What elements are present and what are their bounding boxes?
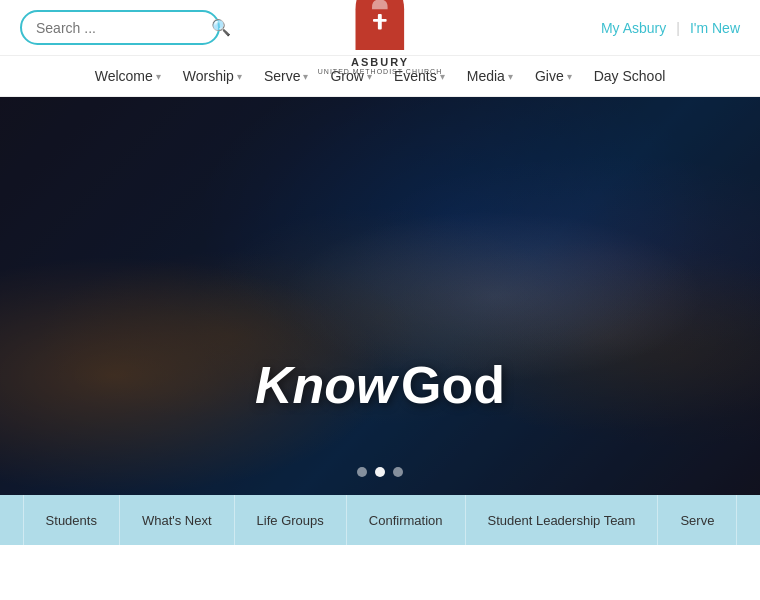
search-input[interactable] (36, 20, 211, 36)
bottom-nav-item-student-leadership-team[interactable]: Student Leadership Team (466, 495, 659, 545)
im-new-link[interactable]: I'm New (690, 20, 740, 36)
nav-item-day-school[interactable]: Day School (586, 64, 674, 88)
nav-item-media[interactable]: Media▾ (459, 64, 521, 88)
logo-icon (350, 0, 410, 50)
carousel-dot-2[interactable] (393, 467, 403, 477)
hero-know-text: Know (255, 356, 397, 414)
bottom-nav-item-what-s-next[interactable]: What's Next (120, 495, 235, 545)
bottom-nav-item-confirmation[interactable]: Confirmation (347, 495, 466, 545)
hero-text: Know God (255, 355, 505, 415)
chevron-down-icon: ▾ (237, 71, 242, 82)
bottom-nav-item-life-groups[interactable]: Life Groups (235, 495, 347, 545)
nav-item-worship[interactable]: Worship▾ (175, 64, 250, 88)
carousel-dot-0[interactable] (357, 467, 367, 477)
header-links: My Asbury | I'm New (601, 20, 740, 36)
nav-item-welcome[interactable]: Welcome▾ (87, 64, 169, 88)
search-button[interactable]: 🔍 (211, 18, 231, 37)
hero-section: Know God (0, 97, 760, 495)
header-divider: | (676, 20, 680, 36)
chevron-down-icon: ▾ (508, 71, 513, 82)
hero-overlay (0, 97, 760, 495)
bottom-nav-item-students[interactable]: Students (23, 495, 120, 545)
header: 🔍 ASBURY UNITED METHODIST CHURCH My Asbu… (0, 0, 760, 55)
nav-item-serve[interactable]: Serve▾ (256, 64, 317, 88)
search-container: 🔍 (20, 10, 220, 45)
logo-subtext: UNITED METHODIST CHURCH (318, 68, 442, 75)
bottom-nav-item-serve[interactable]: Serve (658, 495, 737, 545)
bottom-nav: StudentsWhat's NextLife GroupsConfirmati… (0, 495, 760, 545)
carousel-dots (357, 467, 403, 477)
hero-god-text2: God (401, 356, 505, 414)
nav-item-give[interactable]: Give▾ (527, 64, 580, 88)
search-icon: 🔍 (211, 19, 231, 36)
svg-rect-3 (373, 19, 387, 22)
chevron-down-icon: ▾ (567, 71, 572, 82)
my-asbury-link[interactable]: My Asbury (601, 20, 666, 36)
carousel-dot-1[interactable] (375, 467, 385, 477)
logo-name: ASBURY (318, 56, 442, 68)
chevron-down-icon: ▾ (303, 71, 308, 82)
chevron-down-icon: ▾ (156, 71, 161, 82)
logo-container: ASBURY UNITED METHODIST CHURCH (318, 0, 442, 75)
